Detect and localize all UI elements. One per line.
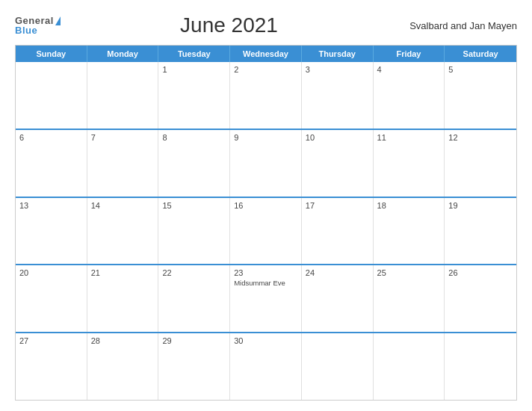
weeks-container: 1234567891011121314151617181920212223Mid… (16, 62, 516, 400)
week-row-1: 12345 (16, 62, 516, 129)
day-headers-row: SundayMondayTuesdayWednesdayThursdayFrid… (16, 46, 516, 62)
week-row-4: 20212223Midsummar Eve242526 (16, 264, 516, 332)
day-number: 8 (162, 133, 226, 142)
day-number: 25 (377, 268, 441, 277)
day-cell: 25 (374, 265, 445, 332)
day-number: 6 (19, 133, 83, 142)
day-number: 2 (234, 65, 297, 74)
day-number: 27 (19, 336, 83, 345)
day-cell: 13 (16, 198, 87, 265)
day-cell: 6 (16, 130, 87, 197)
day-cell (374, 333, 445, 400)
day-header-friday: Friday (374, 46, 445, 62)
header: General Blue June 2021 Svalbard and Jan … (15, 13, 517, 37)
day-header-sunday: Sunday (16, 46, 87, 62)
day-cell (302, 333, 374, 400)
day-cell: 23Midsummar Eve (230, 265, 302, 332)
day-number: 11 (377, 133, 441, 142)
day-number: 24 (306, 268, 369, 277)
day-number: 21 (91, 268, 155, 277)
calendar: SundayMondayTuesdayWednesdayThursdayFrid… (15, 45, 517, 401)
day-cell: 1 (158, 62, 230, 129)
day-cell: 29 (158, 333, 230, 400)
day-number: 7 (91, 133, 155, 142)
day-cell: 26 (445, 265, 516, 332)
day-cell: 4 (374, 62, 445, 129)
day-header-monday: Monday (87, 46, 159, 62)
page: General Blue June 2021 Svalbard and Jan … (0, 0, 532, 411)
day-cell: 11 (374, 130, 445, 197)
day-header-thursday: Thursday (302, 46, 374, 62)
day-cell: 30 (230, 333, 302, 400)
day-number: 14 (91, 201, 155, 210)
day-cell: 18 (374, 198, 445, 265)
day-cell: 10 (302, 130, 374, 197)
day-number: 9 (234, 133, 297, 142)
day-cell: 28 (87, 333, 159, 400)
logo-blue-text: Blue (15, 25, 61, 35)
day-number: 10 (306, 133, 369, 142)
day-number: 3 (306, 65, 369, 74)
day-number: 1 (162, 65, 226, 74)
day-number: 15 (162, 201, 226, 210)
day-cell (445, 333, 516, 400)
day-number: 28 (91, 336, 155, 345)
day-cell: 17 (302, 198, 374, 265)
day-number: 26 (448, 268, 513, 277)
day-cell: 14 (87, 198, 159, 265)
day-cell: 21 (87, 265, 159, 332)
day-cell: 12 (445, 130, 516, 197)
day-cell: 27 (16, 333, 87, 400)
day-cell: 20 (16, 265, 87, 332)
day-number: 30 (234, 336, 297, 345)
day-cell: 2 (230, 62, 302, 129)
logo-triangle-icon (55, 16, 61, 25)
day-number: 18 (377, 201, 441, 210)
week-row-2: 6789101112 (16, 129, 516, 197)
day-number: 23 (234, 268, 297, 277)
day-header-wednesday: Wednesday (230, 46, 302, 62)
day-cell: 8 (158, 130, 230, 197)
day-header-saturday: Saturday (445, 46, 516, 62)
day-header-tuesday: Tuesday (158, 46, 230, 62)
day-number: 22 (162, 268, 226, 277)
day-cell: 7 (87, 130, 159, 197)
day-cell (16, 62, 87, 129)
day-cell (87, 62, 159, 129)
day-cell: 15 (158, 198, 230, 265)
day-number: 17 (306, 201, 369, 210)
day-number: 13 (19, 201, 83, 210)
day-cell: 16 (230, 198, 302, 265)
day-number: 29 (162, 336, 226, 345)
day-number: 4 (377, 65, 441, 74)
region-label: Svalbard and Jan Mayen (398, 20, 517, 31)
calendar-title: June 2021 (61, 13, 398, 37)
event-label: Midsummar Eve (234, 279, 297, 287)
logo: General Blue (15, 16, 61, 35)
day-cell: 9 (230, 130, 302, 197)
day-cell: 19 (445, 198, 516, 265)
day-cell: 5 (445, 62, 516, 129)
day-number: 19 (448, 201, 513, 210)
day-number: 12 (448, 133, 513, 142)
week-row-5: 27282930 (16, 332, 516, 400)
day-cell: 22 (158, 265, 230, 332)
week-row-3: 13141516171819 (16, 197, 516, 265)
day-number: 20 (19, 268, 83, 277)
day-cell: 24 (302, 265, 374, 332)
day-number: 5 (448, 65, 513, 74)
day-cell: 3 (302, 62, 374, 129)
day-number: 16 (234, 201, 297, 210)
